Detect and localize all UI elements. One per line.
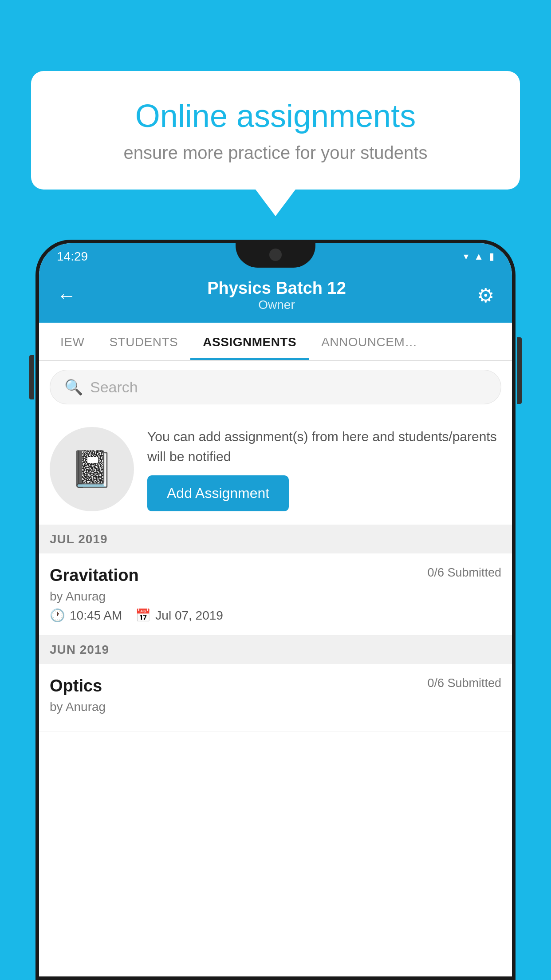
back-button[interactable]: ← — [57, 285, 76, 307]
month-separator-jun: JUN 2019 — [39, 636, 512, 664]
promo-icon-circle: 📓 — [50, 427, 134, 511]
speech-bubble-subtitle: ensure more practice for your students — [62, 143, 489, 163]
status-bar-icons: ▾ ▲ ▮ — [464, 251, 494, 262]
month-separator-jul: JUL 2019 — [39, 525, 512, 553]
add-assignment-button[interactable]: Add Assignment — [147, 475, 289, 511]
phone-frame: 14:29 ▾ ▲ ▮ ← Physics Batch 12 Owner ⚙ I… — [35, 240, 516, 980]
assignment-item-optics[interactable]: Optics 0/6 Submitted by Anurag — [39, 664, 512, 731]
promo-description: You can add assignment(s) from here and … — [147, 427, 501, 466]
notch-camera — [269, 249, 282, 261]
speech-bubble-tail — [256, 190, 295, 216]
assignment-time-value: 10:45 AM — [70, 609, 122, 623]
promo-right: You can add assignment(s) from here and … — [147, 427, 501, 511]
phone-side-button-left — [29, 355, 34, 399]
tab-iew[interactable]: IEW — [48, 323, 97, 360]
assignment-submitted-optics: 0/6 Submitted — [427, 676, 501, 690]
assignment-author-optics: by Anurag — [50, 700, 501, 714]
assignment-submitted: 0/6 Submitted — [427, 566, 501, 580]
calendar-icon: 📅 — [135, 608, 151, 623]
notebook-icon: 📓 — [70, 448, 114, 490]
search-icon: 🔍 — [64, 378, 83, 396]
clock-icon: 🕐 — [50, 608, 65, 623]
promo-block: 📓 You can add assignment(s) from here an… — [39, 413, 512, 525]
app-header: ← Physics Batch 12 Owner ⚙ — [39, 270, 512, 323]
search-container: 🔍 Search — [39, 361, 512, 413]
signal-icon: ▲ — [474, 251, 484, 262]
tab-assignments[interactable]: ASSIGNMENTS — [190, 323, 309, 360]
assignment-date: 📅 Jul 07, 2019 — [135, 608, 223, 623]
tabs-bar: IEW STUDENTS ASSIGNMENTS ANNOUNCEM… — [39, 323, 512, 361]
battery-icon: ▮ — [489, 251, 494, 262]
assignment-time-info: 🕐 10:45 AM 📅 Jul 07, 2019 — [50, 608, 501, 623]
header-center: Physics Batch 12 Owner — [207, 279, 346, 312]
status-bar-time: 14:29 — [57, 249, 88, 264]
header-title: Physics Batch 12 — [207, 279, 346, 298]
assignment-header: Gravitation 0/6 Submitted — [50, 566, 501, 585]
assignment-author: by Anurag — [50, 589, 501, 604]
settings-icon[interactable]: ⚙ — [477, 284, 494, 307]
tab-students[interactable]: STUDENTS — [97, 323, 190, 360]
speech-bubble-title: Online assignments — [62, 98, 489, 134]
phone-inner: 14:29 ▾ ▲ ▮ ← Physics Batch 12 Owner ⚙ I… — [39, 243, 512, 976]
status-bar: 14:29 ▾ ▲ ▮ — [39, 243, 512, 270]
speech-bubble: Online assignments ensure more practice … — [31, 71, 520, 190]
tab-announcements[interactable]: ANNOUNCEM… — [309, 323, 430, 360]
phone-side-button-right — [517, 337, 522, 404]
assignment-date-value: Jul 07, 2019 — [155, 609, 223, 623]
assignment-name: Gravitation — [50, 566, 139, 585]
assignment-header-optics: Optics 0/6 Submitted — [50, 676, 501, 695]
header-subtitle: Owner — [207, 298, 346, 312]
notch — [236, 243, 315, 268]
assignment-time: 🕐 10:45 AM — [50, 608, 122, 623]
search-placeholder: Search — [90, 379, 138, 396]
search-bar[interactable]: 🔍 Search — [50, 370, 501, 404]
assignment-item-gravitation[interactable]: Gravitation 0/6 Submitted by Anurag 🕐 10… — [39, 553, 512, 636]
assignment-name-optics: Optics — [50, 676, 102, 695]
speech-bubble-wrapper: Online assignments ensure more practice … — [31, 71, 520, 216]
wifi-icon: ▾ — [464, 251, 468, 262]
